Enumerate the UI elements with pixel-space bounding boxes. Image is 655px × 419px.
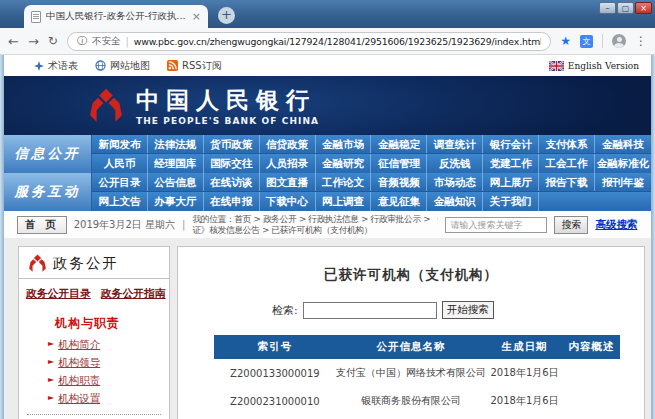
nav-item[interactable]: 货币政策	[204, 135, 260, 153]
glossary-link[interactable]: 术语表	[34, 59, 78, 73]
nav-label-service-interaction[interactable]: 服务互动	[4, 173, 92, 211]
nav-item[interactable]: 音频视频	[371, 173, 427, 191]
nav-item[interactable]: 人员招录	[260, 154, 316, 173]
new-tab-button[interactable]: +	[218, 7, 235, 24]
breadcrumb: 我的位置：首页 > 政务公开 > 行政执法信息 > 行政审批公示 > 《支付业务…	[192, 214, 438, 235]
nav-item[interactable]: 网上展厅	[483, 173, 539, 191]
back-icon[interactable]: ←	[8, 35, 19, 48]
nav-item[interactable]: 市场动态	[427, 173, 483, 191]
site-search-button[interactable]: 搜索	[554, 216, 588, 234]
sitemap-link[interactable]: 网站地图	[95, 59, 150, 73]
nav-label-info-disclosure[interactable]: 信息公开	[4, 135, 92, 173]
nav-item[interactable]: 银行会计	[483, 135, 539, 153]
nav-group-services: 服务互动 公开目录 公告信息 在线访谈 图文直播 工作论文 音频视频 市场动态 …	[4, 173, 651, 211]
info-icon[interactable]: ⓘ	[77, 34, 87, 48]
sidebar-section-org-duties: 机构与职责	[55, 315, 169, 332]
breadcrumb-line-2[interactable]: 证》核发信息公告 > 已获许可机构（支付机构）	[192, 225, 438, 236]
nav-item[interactable]: 法律法规	[148, 135, 204, 153]
english-version-link[interactable]: English Version	[549, 61, 639, 71]
sidebar-item-org-intro[interactable]: ► 机构简介	[48, 335, 169, 353]
nav-item[interactable]: 图文直播	[260, 173, 316, 191]
sidebar-item-org-structure[interactable]: ► 机构设置	[48, 389, 169, 407]
window-close-button[interactable]: ×	[635, 2, 652, 14]
window-right-border	[651, 55, 655, 419]
cell-name[interactable]: 资和信电子支付有限公司	[336, 415, 486, 419]
nav-item[interactable]: 人民币	[92, 154, 148, 173]
cell-index: Z2000133000019	[214, 359, 336, 387]
nav-item[interactable]: 报告下载	[539, 173, 595, 191]
cell-summary	[563, 387, 620, 415]
current-date: 2019年3月2日 星期六	[74, 218, 175, 232]
bullet-icon: ►	[48, 389, 54, 407]
site-search-input[interactable]	[445, 217, 547, 233]
cell-index: Z2000311000013	[214, 415, 336, 419]
window-maximize-button[interactable]: ▢	[617, 2, 634, 14]
nav-item[interactable]: 金融稳定	[371, 135, 427, 153]
browser-window: 中国人民银行-政务公开-行政执... × + – ▢ × ← → ↻ ⓘ 不安全…	[0, 0, 655, 419]
breadcrumb-line-1[interactable]: 我的位置：首页 > 政务公开 > 行政执法信息 > 行政审批公示 > 《支付业务…	[192, 214, 438, 225]
browser-tab[interactable]: 中国人民银行-政务公开-行政执... ×	[24, 5, 208, 28]
bookmark-star-icon[interactable]: ★	[560, 34, 571, 48]
browser-toolbar: ← → ↻ ⓘ 不安全 | www.pbc.gov.cn/zhengwugong…	[0, 28, 655, 55]
nav-item[interactable]: 金融知识	[427, 192, 483, 211]
nav-item[interactable]: 新闻发布	[92, 135, 148, 153]
nav-item[interactable]: 党建工作	[483, 154, 539, 173]
nav-item[interactable]: 金融标准化	[595, 154, 651, 173]
sidebar-top-links: 政务公开目录 政务公开指南	[19, 279, 169, 307]
home-button[interactable]: 首 页	[17, 216, 67, 234]
browser-menu-icon[interactable]: ⋮	[635, 34, 647, 48]
address-bar[interactable]: ⓘ 不安全 | www.pbc.gov.cn/zhengwugongkai/12…	[67, 32, 551, 51]
translate-icon[interactable]: 文	[580, 35, 593, 48]
cell-name[interactable]: 支付宝（中国）网络技术有限公司	[336, 359, 486, 387]
rss-link[interactable]: RSS订阅	[167, 59, 222, 73]
page-title: 已获许可机构（支付机构）	[178, 266, 644, 284]
profile-avatar-icon[interactable]	[612, 34, 626, 48]
nav-item[interactable]: 经理国库	[148, 154, 204, 173]
nav-item[interactable]: 金融科技	[595, 135, 651, 153]
nav-item[interactable]: 在线访谈	[204, 173, 260, 191]
nav-item[interactable]: 工会工作	[539, 154, 595, 173]
rss-icon	[167, 60, 178, 71]
nav-item[interactable]: 下载中心	[260, 192, 316, 211]
nav-item[interactable]: 工作论文	[316, 173, 372, 191]
sidebar-item-org-leaders[interactable]: ► 机构领导	[48, 353, 169, 371]
nav-item[interactable]: 信贷政策	[260, 135, 316, 153]
nav-item[interactable]: 支付体系	[539, 135, 595, 153]
nav-item[interactable]: 公开目录	[92, 173, 148, 191]
nav-item[interactable]: 报刊年鉴	[595, 173, 651, 191]
nav-item[interactable]: 金融市场	[316, 135, 372, 153]
advanced-search-link[interactable]: 高级搜索	[595, 218, 637, 232]
nav-item[interactable]: 关于我们	[483, 192, 539, 211]
col-header-name: 公开信息名称	[336, 335, 486, 359]
tab-close-icon[interactable]: ×	[192, 11, 201, 22]
cell-summary	[563, 415, 620, 419]
nav-item[interactable]: 金融研究	[316, 154, 372, 173]
bank-name-block: 中国人民银行 THE PEOPLE'S BANK OF CHINA	[136, 85, 319, 126]
col-header-date: 生成日期	[486, 335, 563, 359]
page-favicon-icon	[31, 11, 41, 23]
nav-item[interactable]: 调查统计	[427, 135, 483, 153]
forward-icon[interactable]: →	[28, 35, 39, 48]
not-secure-label[interactable]: 不安全	[92, 35, 121, 48]
nav-item[interactable]: 网上文告	[92, 192, 148, 211]
sidebar-link-catalog[interactable]: 政务公开目录	[26, 287, 91, 301]
start-search-button[interactable]: 开始搜索	[442, 301, 494, 319]
nav-item[interactable]: 国际交往	[204, 154, 260, 173]
pbc-logo-icon	[88, 88, 124, 124]
cell-index: Z2000231000010	[214, 387, 336, 415]
reload-icon[interactable]: ↻	[48, 34, 58, 48]
sidebar-header: 政务公开	[19, 247, 169, 279]
nav-item[interactable]: 网上调查	[316, 192, 372, 211]
nav-item[interactable]: 在线申报	[204, 192, 260, 211]
retrieve-input[interactable]	[303, 302, 437, 319]
nav-item[interactable]: 办事大厅	[148, 192, 204, 211]
nav-item[interactable]: 征信管理	[371, 154, 427, 173]
nav-item[interactable]: 公告信息	[148, 173, 204, 191]
nav-item[interactable]: 反洗钱	[427, 154, 483, 173]
sidebar-item-org-duties[interactable]: ► 机构职责	[48, 371, 169, 389]
url-text[interactable]: www.pbc.gov.cn/zhengwugongkai/127924/128…	[134, 36, 541, 47]
nav-item[interactable]: 意见征集	[371, 192, 427, 211]
cell-name[interactable]: 银联商务股份有限公司	[336, 387, 486, 415]
window-minimize-button[interactable]: –	[599, 2, 616, 14]
sidebar-link-guide[interactable]: 政务公开指南	[101, 287, 166, 301]
